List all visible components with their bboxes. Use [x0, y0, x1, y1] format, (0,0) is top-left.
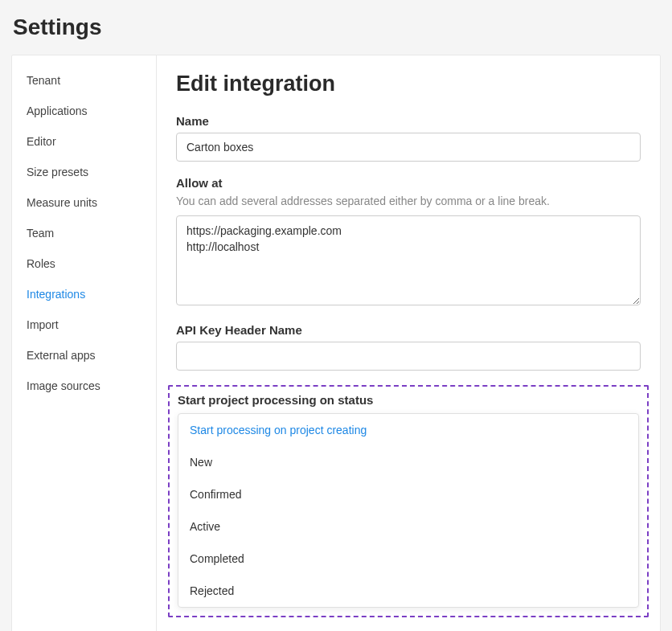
allow-at-field-group: Allow at You can add several addresses s…	[176, 176, 641, 309]
dropdown-option[interactable]: Rejected	[178, 575, 638, 607]
name-label: Name	[176, 114, 641, 128]
name-field-group: Name	[176, 114, 641, 162]
dropdown-option[interactable]: Active	[178, 510, 638, 543]
sidebar-item-editor[interactable]: Editor	[12, 126, 156, 157]
allow-at-hint: You can add several addresses separated …	[176, 195, 641, 207]
sidebar-item-applications[interactable]: Applications	[12, 96, 156, 126]
start-project-dropdown[interactable]: Start processing on project creatingNewC…	[178, 413, 639, 608]
start-project-highlight: Start project processing on status Start…	[168, 385, 649, 617]
main-panel: Edit integration Name Allow at You can a…	[157, 55, 660, 631]
sidebar-item-measure-units[interactable]: Measure units	[12, 187, 156, 218]
api-key-field-group: API Key Header Name	[176, 323, 641, 371]
sidebar-item-size-presets[interactable]: Size presets	[12, 157, 156, 187]
dropdown-option[interactable]: Completed	[178, 543, 638, 575]
allow-at-label: Allow at	[176, 176, 641, 190]
page-title: Settings	[0, 0, 672, 55]
sidebar-item-integrations[interactable]: Integrations	[12, 279, 156, 309]
sidebar-item-image-sources[interactable]: Image sources	[12, 371, 156, 401]
settings-container: TenantApplicationsEditorSize presetsMeas…	[11, 55, 661, 631]
sidebar-item-tenant[interactable]: Tenant	[12, 65, 156, 96]
settings-sidebar: TenantApplicationsEditorSize presetsMeas…	[12, 55, 157, 631]
dropdown-option[interactable]: New	[178, 446, 638, 478]
sidebar-item-external-apps[interactable]: External apps	[12, 340, 156, 371]
start-project-label: Start project processing on status	[178, 393, 639, 407]
sidebar-item-roles[interactable]: Roles	[12, 248, 156, 279]
name-input[interactable]	[176, 133, 641, 162]
main-heading: Edit integration	[176, 72, 641, 96]
allow-at-textarea[interactable]	[176, 215, 641, 305]
dropdown-option[interactable]: Start processing on project creating	[178, 414, 638, 446]
sidebar-item-import[interactable]: Import	[12, 309, 156, 340]
dropdown-option[interactable]: Confirmed	[178, 478, 638, 510]
api-key-label: API Key Header Name	[176, 323, 641, 337]
sidebar-item-team[interactable]: Team	[12, 218, 156, 248]
api-key-input[interactable]	[176, 342, 641, 371]
